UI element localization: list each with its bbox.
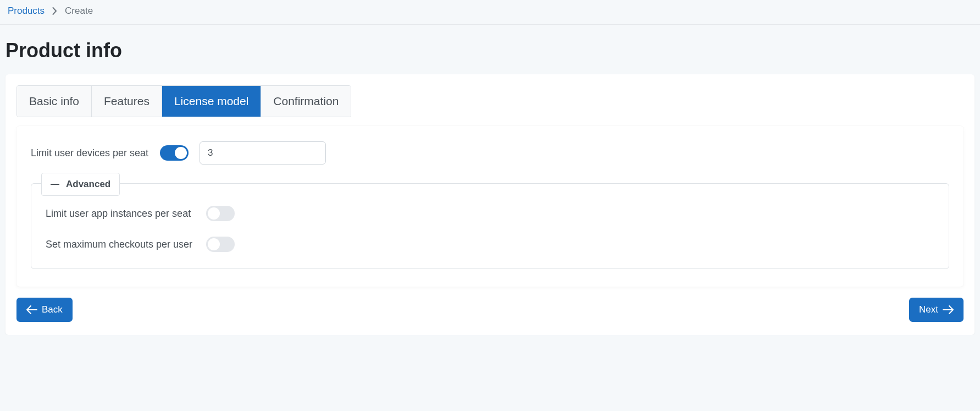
chevron-right-icon: [52, 7, 57, 15]
footer-buttons: Back Next: [16, 298, 964, 322]
back-button[interactable]: Back: [16, 298, 73, 322]
next-button[interactable]: Next: [909, 298, 964, 322]
arrow-right-icon: [943, 305, 954, 314]
limit-devices-input[interactable]: [200, 141, 326, 165]
main-card: Basic info Features License model Confir…: [5, 74, 975, 335]
tab-license-model[interactable]: License model: [162, 86, 261, 117]
tab-basic-info[interactable]: Basic info: [17, 86, 92, 117]
breadcrumb-current: Create: [65, 6, 93, 17]
minus-icon: [51, 184, 59, 185]
breadcrumb: Products Create: [0, 0, 980, 25]
max-checkouts-toggle[interactable]: [206, 237, 235, 252]
page-title: Product info: [0, 25, 980, 74]
next-button-label: Next: [919, 304, 938, 315]
max-checkouts-label: Set maximum checkouts per user: [46, 239, 194, 250]
max-checkouts-row: Set maximum checkouts per user: [46, 237, 934, 252]
limit-devices-label: Limit user devices per seat: [31, 147, 149, 159]
limit-devices-toggle[interactable]: [160, 145, 189, 161]
toggle-knob: [208, 207, 220, 220]
advanced-toggle-button[interactable]: Advanced: [41, 173, 120, 196]
tab-confirmation[interactable]: Confirmation: [261, 86, 351, 117]
back-button-label: Back: [42, 304, 63, 315]
wizard-tabs: Basic info Features License model Confir…: [16, 85, 351, 117]
form-panel: Limit user devices per seat Advanced Lim…: [16, 126, 964, 287]
advanced-legend-label: Advanced: [66, 179, 110, 190]
limit-app-instances-row: Limit user app instances per seat: [46, 206, 934, 221]
tab-features[interactable]: Features: [92, 86, 162, 117]
advanced-fieldset: Advanced Limit user app instances per se…: [31, 183, 949, 269]
toggle-knob: [175, 147, 187, 159]
arrow-left-icon: [26, 305, 37, 314]
limit-app-instances-label: Limit user app instances per seat: [46, 208, 194, 220]
limit-devices-row: Limit user devices per seat: [31, 141, 949, 165]
toggle-knob: [208, 238, 220, 250]
breadcrumb-products-link[interactable]: Products: [8, 6, 45, 17]
limit-app-instances-toggle[interactable]: [206, 206, 235, 221]
